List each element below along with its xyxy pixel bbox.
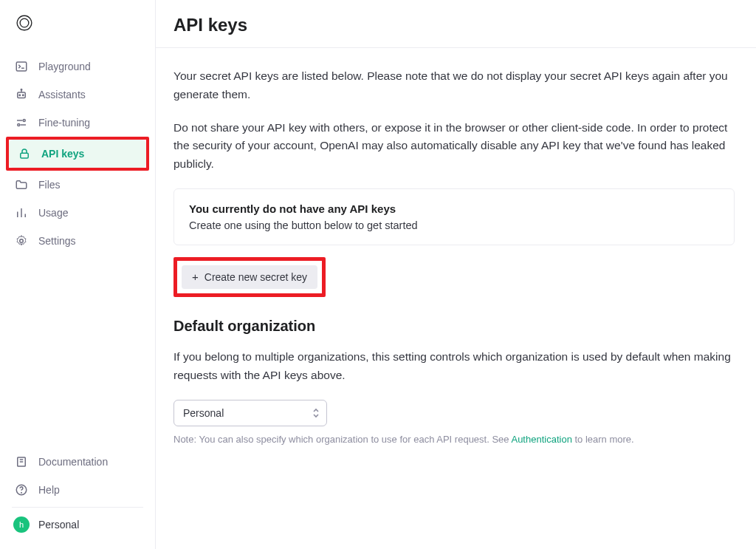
note-prefix: Note: You can also specify which organiz… <box>173 434 511 445</box>
book-icon <box>15 455 28 468</box>
folder-icon <box>15 178 28 191</box>
sidebar-item-help[interactable]: Help <box>6 476 149 504</box>
note-suffix: to learn more. <box>572 434 634 445</box>
svg-point-9 <box>20 239 24 243</box>
intro-paragraph-2: Do not share your API key with others, o… <box>173 119 735 174</box>
empty-state-box: You currently do not have any API keys C… <box>173 188 735 245</box>
sidebar-item-files[interactable]: Files <box>6 171 149 199</box>
sidebar-item-settings[interactable]: Settings <box>6 227 149 255</box>
svg-point-12 <box>21 492 22 493</box>
nav-label: Fine-tuning <box>38 117 90 129</box>
org-select[interactable]: Personal <box>173 400 327 426</box>
account-label: Personal <box>38 519 79 531</box>
robot-icon <box>15 88 28 101</box>
terminal-icon <box>15 60 28 73</box>
bottom-nav: Documentation Help h Personal <box>0 448 155 540</box>
nav-label: Assistants <box>38 89 86 100</box>
authentication-link[interactable]: Authentication <box>511 434 571 445</box>
svg-point-3 <box>19 95 21 96</box>
nav-label: Help <box>38 484 60 496</box>
page-title: API keys <box>173 15 735 35</box>
empty-state-title: You currently do not have any API keys <box>189 202 719 215</box>
org-note: Note: You can also specify which organiz… <box>173 434 735 445</box>
sidebar-item-playground[interactable]: Playground <box>6 52 149 81</box>
sidebar-item-api-keys[interactable]: API keys <box>9 140 146 168</box>
empty-state-subtitle: Create one using the button below to get… <box>189 219 719 231</box>
account-switcher[interactable]: h Personal <box>0 512 155 537</box>
lock-icon <box>18 147 31 160</box>
svg-point-4 <box>23 95 24 96</box>
nav-label: API keys <box>41 148 84 160</box>
svg-rect-1 <box>16 62 27 71</box>
bar-chart-icon <box>15 206 28 219</box>
gear-icon <box>15 234 28 248</box>
highlight-annotation-button: + Create new secret key <box>173 257 326 297</box>
nav-label: Playground <box>38 61 91 72</box>
main-nav: Playground Assistants Fine-tuning API ke… <box>0 52 155 255</box>
sidebar: Playground Assistants Fine-tuning API ke… <box>0 0 156 549</box>
sidebar-item-documentation[interactable]: Documentation <box>6 448 149 476</box>
sidebar-item-assistants[interactable]: Assistants <box>6 81 149 109</box>
highlight-annotation-sidebar: API keys <box>6 137 149 171</box>
sliders-icon <box>15 116 28 129</box>
openai-logo <box>15 13 155 33</box>
svg-point-0 <box>20 18 29 27</box>
avatar: h <box>13 516 30 533</box>
default-org-paragraph: If you belong to multiple organizations,… <box>173 348 735 385</box>
plus-icon: + <box>192 271 199 282</box>
divider <box>12 507 143 508</box>
nav-label: Documentation <box>38 456 108 468</box>
nav-label: Files <box>38 179 61 191</box>
header-divider <box>156 41 756 48</box>
svg-rect-8 <box>21 153 29 158</box>
main-content: API keys Your secret API keys are listed… <box>156 0 756 549</box>
button-label: Create new secret key <box>205 271 307 283</box>
nav-label: Usage <box>38 207 68 219</box>
intro-paragraph-1: Your secret API keys are listed below. P… <box>173 67 735 104</box>
help-icon <box>15 483 28 497</box>
create-secret-key-button[interactable]: + Create new secret key <box>182 265 317 289</box>
sidebar-item-fine-tuning[interactable]: Fine-tuning <box>6 109 149 137</box>
sidebar-item-usage[interactable]: Usage <box>6 199 149 227</box>
default-org-heading: Default organization <box>173 318 735 335</box>
svg-point-5 <box>21 89 22 91</box>
nav-label: Settings <box>38 235 76 247</box>
svg-point-7 <box>18 124 20 126</box>
org-select-wrap: Personal <box>173 400 327 426</box>
svg-point-6 <box>23 120 25 122</box>
